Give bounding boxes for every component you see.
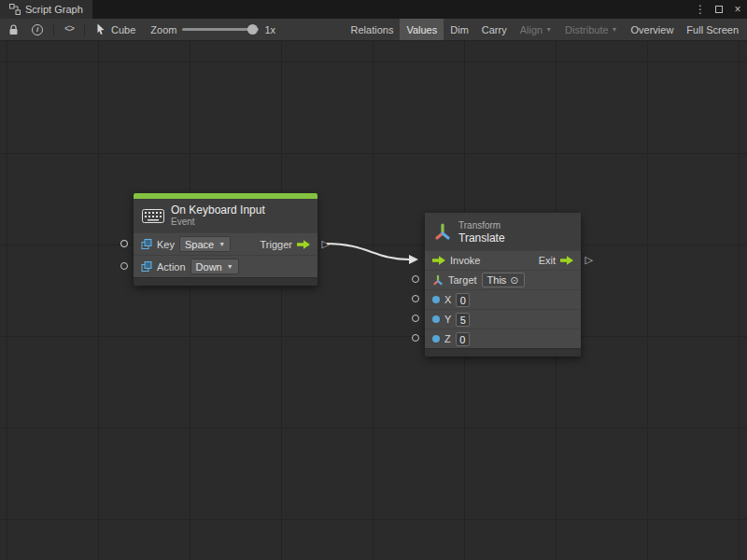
port-x-input[interactable] (412, 295, 419, 302)
z-value-field[interactable]: 0 (456, 332, 470, 346)
enum-icon (141, 239, 152, 250)
tab-title: Script Graph (25, 4, 83, 15)
y-value-field[interactable]: 5 (456, 313, 470, 327)
invoke-label: Invoke (450, 255, 480, 266)
port-y-input[interactable] (412, 315, 419, 322)
row-z: Z 0 (425, 329, 581, 348)
node-footer (425, 348, 581, 357)
row-action: Action Down ▼ (134, 255, 317, 277)
value-port-dot (432, 315, 440, 323)
graph-canvas[interactable]: On Keyboard Input Event Key Space ▼ Trig… (0, 41, 747, 560)
enum-icon (141, 261, 152, 273)
chevron-down-icon: ▼ (612, 26, 618, 33)
code-view-button[interactable]: <> (58, 19, 80, 40)
value-port-dot (432, 335, 440, 343)
keyboard-icon (142, 209, 164, 223)
exit-label: Exit (539, 255, 556, 266)
row-y: Y 5 (425, 309, 581, 329)
zoom-slider[interactable] (182, 28, 259, 31)
port-target-input[interactable] (412, 275, 419, 283)
close-button[interactable]: × (728, 0, 747, 19)
x-value-field[interactable]: 0 (456, 293, 470, 307)
cursor-icon (96, 23, 106, 35)
toolbar-buttons: Relations Values Dim Carry Align▼ Distri… (345, 19, 745, 40)
node-subtitle: Event (171, 217, 265, 228)
object-picker-icon: ⊙ (510, 274, 518, 287)
node-body: Key Space ▼ Trigger Action (134, 232, 317, 277)
node-body: Invoke Exit Target This ⊙ (425, 250, 581, 348)
fullscreen-button[interactable]: Full Screen (680, 19, 745, 40)
connection-arrowhead (409, 255, 418, 264)
node-translate[interactable]: Transform Translate Invoke Exit (425, 213, 581, 357)
target-label: Target (448, 274, 477, 286)
tab-script-graph[interactable]: Script Graph (0, 0, 92, 19)
toolbar-divider (84, 23, 85, 36)
graph-toolbar: i <> Cube Zoom 1x Relations Values Dim C… (0, 19, 747, 41)
flow-arrow-icon (432, 256, 445, 265)
window-titlebar: Script Graph ⋮ × (0, 0, 747, 19)
transform-icon (433, 222, 452, 241)
target-object-chip[interactable]: This ⊙ (482, 273, 525, 287)
graph-target-button[interactable]: Cube (89, 23, 143, 35)
node-on-keyboard-input[interactable]: On Keyboard Input Event Key Space ▼ Trig… (134, 193, 317, 286)
y-label: Y (444, 314, 451, 325)
key-label: Key (157, 239, 175, 250)
trigger-label: Trigger (261, 239, 292, 250)
graph-target-label: Cube (111, 24, 135, 35)
row-key: Key Space ▼ Trigger (134, 232, 317, 255)
row-x: X 0 (425, 289, 581, 309)
port-exit-output[interactable]: ▷ (585, 255, 593, 265)
transform-mini-icon (432, 274, 444, 286)
key-dropdown[interactable]: Space ▼ (179, 236, 231, 252)
node-title: On Keyboard Input (171, 203, 265, 217)
node-footer (134, 277, 317, 286)
node-category: Transform (458, 219, 505, 231)
maximize-icon (715, 6, 723, 13)
zoom-value: 1x (264, 24, 275, 35)
node-title: Translate (458, 231, 505, 245)
zoom-label: Zoom (150, 24, 176, 35)
row-target: Target This ⊙ (425, 270, 581, 289)
script-graph-icon (9, 4, 21, 15)
lock-icon (8, 24, 19, 35)
info-icon: i (32, 24, 43, 35)
port-z-input[interactable] (412, 334, 419, 342)
connection-trigger-to-invoke (0, 41, 747, 560)
node-header[interactable]: Transform Translate (425, 213, 581, 250)
chevron-down-icon: ▼ (218, 241, 225, 247)
dim-button[interactable]: Dim (444, 19, 475, 40)
relations-button[interactable]: Relations (345, 19, 401, 40)
flow-arrow-icon (297, 240, 310, 249)
carry-button[interactable]: Carry (475, 19, 514, 40)
x-label: X (444, 294, 451, 305)
tab-menu-button[interactable]: ⋮ (691, 0, 710, 19)
action-dropdown[interactable]: Down ▼ (190, 259, 239, 274)
lock-button[interactable] (2, 19, 25, 40)
row-invoke-exit: Invoke Exit (425, 250, 581, 270)
port-trigger-output[interactable]: ▷ (322, 239, 330, 249)
distribute-button[interactable]: Distribute▼ (558, 19, 624, 40)
values-button[interactable]: Values (400, 19, 444, 40)
z-label: Z (444, 333, 451, 344)
overview-button[interactable]: Overview (625, 19, 681, 40)
action-label: Action (157, 261, 186, 273)
toolbar-divider (53, 23, 54, 36)
chevron-down-icon: ▼ (545, 26, 552, 33)
code-icon: <> (64, 24, 74, 35)
info-button[interactable]: i (25, 19, 49, 40)
chevron-down-icon: ▼ (227, 263, 233, 270)
node-header[interactable]: On Keyboard Input Event (134, 199, 317, 232)
align-button[interactable]: Align▼ (514, 19, 558, 40)
maximize-button[interactable] (710, 0, 728, 19)
port-action-input[interactable] (120, 262, 128, 270)
titlebar-spacer (92, 0, 691, 19)
flow-arrow-icon (560, 256, 573, 265)
zoom-slider-handle[interactable] (247, 24, 258, 35)
zoom-control: Zoom 1x (143, 24, 283, 35)
value-port-dot (432, 296, 440, 303)
port-key-input[interactable] (120, 240, 128, 247)
